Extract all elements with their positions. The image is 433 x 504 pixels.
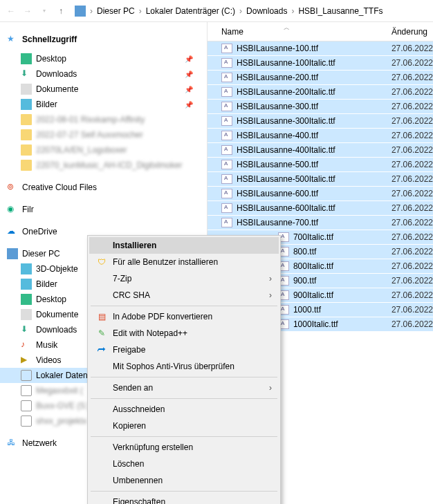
file-row[interactable]: HSBILausanne-200Italic.ttf27.06.2022 xyxy=(208,85,433,100)
disc-icon xyxy=(21,370,32,381)
sidebar-pictures[interactable]: Bilder📌 xyxy=(0,97,207,112)
menu-install[interactable]: Installieren xyxy=(89,237,279,254)
menu-npp[interactable]: ✎Edit with Notepad++ xyxy=(89,325,279,342)
file-name: HSBILausanne-700.ttf xyxy=(237,218,391,227)
file-row[interactable]: HSBILausanne-600Italic.ttf27.06.2022 xyxy=(208,201,433,216)
documents-icon xyxy=(21,309,32,320)
context-menu: Installieren 🛡Für alle Benutzer installi… xyxy=(87,235,281,504)
sidebar-folder[interactable]: 2022-07-27 Seif Auxxmocher xyxy=(0,127,207,142)
chevron-right-icon: › xyxy=(269,274,272,283)
video-icon: ▶ xyxy=(21,355,32,366)
menu-sophos[interactable]: Mit Sophos Anti-Virus überprüfen xyxy=(89,358,279,375)
notepad-icon: ✎ xyxy=(95,328,109,339)
downloads-icon: ⬇ xyxy=(21,324,32,335)
chevron-right-icon: › xyxy=(138,6,143,16)
crumb-drive[interactable]: Lokaler Datenträger (C:) xyxy=(143,6,238,16)
desktop-icon xyxy=(21,53,32,64)
menu-send[interactable]: Senden an› xyxy=(89,380,279,396)
sidebar-folder[interactable]: 22070_kunMusic_AH-ICD_Digitxlmoker xyxy=(0,158,207,173)
file-name: 1000.ttf xyxy=(293,305,391,315)
crumb-folder[interactable]: HSBI_Lausanne_TTFs xyxy=(295,6,385,16)
col-name[interactable]: Name xyxy=(221,27,391,37)
chevron-right-icon: › xyxy=(238,6,243,16)
file-date: 27.06.2022 xyxy=(391,232,433,242)
col-modified[interactable]: Änderung xyxy=(391,27,427,37)
sidebar-documents[interactable]: Dokumente📌 xyxy=(0,82,207,97)
file-name: HSBILausanne-500Italic.ttf xyxy=(237,174,391,184)
nav-bar: ← → ▾ ↑ › Dieser PC › Lokaler Datenträge… xyxy=(0,0,433,22)
file-row[interactable]: HSBILausanne-100.ttf27.06.2022 xyxy=(208,41,433,56)
filr-icon: ◉ xyxy=(7,204,18,215)
blank-icon xyxy=(95,382,109,393)
sidebar-quickaccess[interactable]: ★Schnellzugriff xyxy=(0,32,207,47)
menu-install-all[interactable]: 🛡Für alle Benutzer installieren xyxy=(89,254,279,270)
recent-button[interactable]: ▾ xyxy=(36,3,53,19)
file-row[interactable]: HSBILausanne-100Italic.ttf27.06.2022 xyxy=(208,56,433,71)
file-name: HSBILausanne-400Italic.ttf xyxy=(237,145,391,155)
file-name: HSBILausanne-600.ttf xyxy=(237,189,391,198)
sidebar-folder[interactable]: 22070LA/EN_Logoboxer xyxy=(0,142,207,158)
folder-icon xyxy=(21,129,32,140)
file-row[interactable]: HSBILausanne-300.ttf27.06.2022 xyxy=(208,100,433,114)
shield-icon: 🛡 xyxy=(95,256,109,268)
file-date: 27.06.2022 xyxy=(391,218,433,227)
sidebar-folder[interactable]: 2022-08-01 Rixxkamp-Affinity xyxy=(0,112,207,127)
menu-delete[interactable]: Löschen xyxy=(89,456,279,472)
font-file-icon xyxy=(221,145,232,155)
blank-icon xyxy=(95,458,109,469)
crumb-pc[interactable]: Dieser PC xyxy=(94,6,138,16)
forward-button[interactable]: → xyxy=(19,3,36,19)
file-row[interactable]: HSBILausanne-400.ttf27.06.2022 xyxy=(208,129,433,143)
pin-icon: 📌 xyxy=(185,55,193,63)
file-date: 27.06.2022 xyxy=(391,44,433,53)
column-header[interactable]: ︿ Name Änderung xyxy=(208,22,433,41)
font-file-icon xyxy=(221,218,232,227)
file-row[interactable]: HSBILausanne-600.ttf27.06.2022 xyxy=(208,187,433,201)
file-row[interactable]: HSBILausanne-300Italic.ttf27.06.2022 xyxy=(208,114,433,129)
file-date: 27.06.2022 xyxy=(391,305,433,315)
star-icon: ★ xyxy=(7,34,18,45)
menu-separator xyxy=(91,491,277,492)
blank-icon xyxy=(95,496,109,504)
network-icon: 🖧 xyxy=(7,438,18,449)
file-row[interactable]: HSBILausanne-700.ttf27.06.2022 xyxy=(208,216,433,230)
file-date: 27.06.2022 xyxy=(391,160,433,169)
disc-icon xyxy=(21,385,32,396)
up-button[interactable]: ↑ xyxy=(53,3,69,19)
blank-icon xyxy=(95,240,109,251)
menu-link[interactable]: Verknüpfung erstellen xyxy=(89,439,279,456)
menu-share[interactable]: ⮫Freigabe xyxy=(89,342,279,358)
font-file-icon xyxy=(221,44,232,53)
menu-rename[interactable]: Umbenennen xyxy=(89,472,279,489)
folder-icon xyxy=(21,160,32,171)
file-name: HSBILausanne-100.ttf xyxy=(237,44,391,53)
sidebar-downloads[interactable]: ⬇Downloads📌 xyxy=(0,66,207,82)
menu-crc[interactable]: CRC SHA› xyxy=(89,287,279,304)
music-icon: ♪ xyxy=(21,339,32,351)
file-row[interactable]: HSBILausanne-500Italic.ttf27.06.2022 xyxy=(208,172,433,187)
sidebar-ccf[interactable]: ⊚Creative Cloud Files xyxy=(0,180,207,195)
share-icon: ⮫ xyxy=(95,344,109,355)
back-button[interactable]: ← xyxy=(3,3,19,19)
file-row[interactable]: HSBILausanne-500.ttf27.06.2022 xyxy=(208,158,433,172)
sidebar-filr[interactable]: ◉Filr xyxy=(0,202,207,217)
file-row[interactable]: HSBILausanne-400Italic.ttf27.06.2022 xyxy=(208,143,433,158)
menu-properties[interactable]: Eigenschaften xyxy=(89,494,279,504)
menu-separator xyxy=(91,306,277,306)
pictures-icon xyxy=(21,99,32,110)
file-name: HSBILausanne-300.ttf xyxy=(237,102,391,111)
desktop-icon xyxy=(21,294,32,305)
crumb-downloads[interactable]: Downloads xyxy=(243,6,290,16)
file-row[interactable]: HSBILausanne-200.ttf27.06.2022 xyxy=(208,71,433,85)
font-file-icon xyxy=(221,58,232,68)
blank-icon xyxy=(95,475,109,486)
menu-7zip[interactable]: 7-Zip› xyxy=(89,270,279,287)
breadcrumb[interactable]: › Dieser PC › Lokaler Datenträger (C:) ›… xyxy=(72,3,430,19)
menu-pdf[interactable]: ▤In Adobe PDF konvertieren xyxy=(89,308,279,325)
menu-cut[interactable]: Ausschneiden xyxy=(89,401,279,418)
menu-copy[interactable]: Kopieren xyxy=(89,418,279,434)
font-file-icon xyxy=(221,116,232,126)
file-name: HSBILausanne-400.ttf xyxy=(237,131,391,140)
sidebar-desktop[interactable]: Desktop📌 xyxy=(0,51,207,66)
creative-cloud-icon: ⊚ xyxy=(7,182,18,193)
